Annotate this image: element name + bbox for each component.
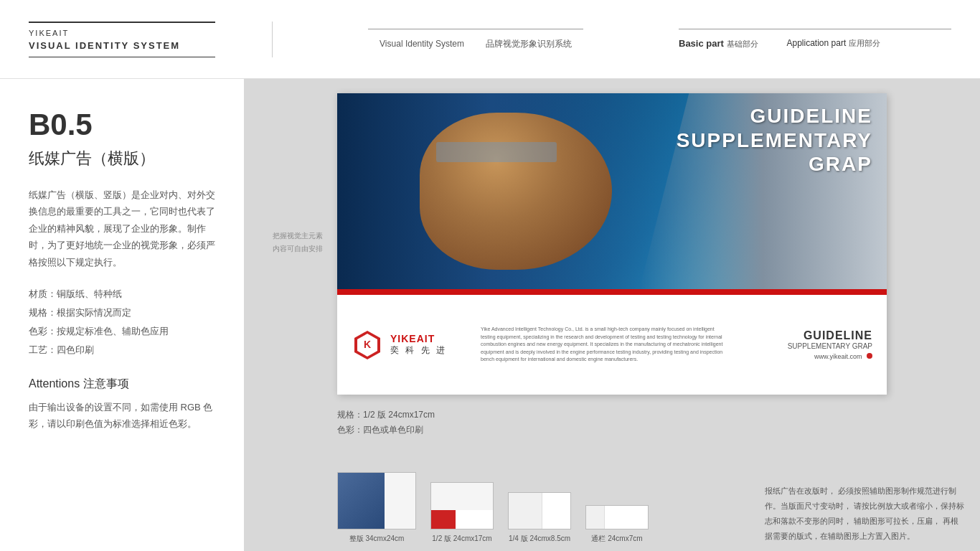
header-center-line bbox=[368, 29, 583, 29]
logo-cn: 奕 科 先 进 bbox=[390, 344, 447, 357]
thumb-half-top bbox=[431, 483, 493, 510]
thumb-full-right bbox=[385, 473, 415, 529]
thumb-half-inner bbox=[431, 483, 493, 529]
thumb-half-group: 1/2 版 24cmx17cm bbox=[430, 482, 494, 544]
glasses bbox=[436, 142, 557, 161]
thumb-full-label: 整版 34cmx24cm bbox=[349, 534, 405, 544]
thumb-strip-left bbox=[586, 506, 605, 529]
ad-top-image: GUIDELINE SUPPLEMENTARY GRAP bbox=[337, 93, 887, 289]
logo-text: YIKEAIT 奕 科 先 进 bbox=[390, 333, 447, 357]
main-content: 把握视觉主元素 内容可自由安排 GUIDELINE SUPPLEMENTARY … bbox=[244, 79, 980, 551]
thumb-full-group: 整版 34cmx24cm bbox=[337, 472, 416, 544]
header-center-labels: Visual Identity System 品牌视觉形象识别系统 bbox=[380, 38, 572, 50]
company-desc: Yike Advanced Intelligent Technology Co.… bbox=[481, 326, 729, 364]
website-dot bbox=[867, 353, 872, 359]
nav-basic[interactable]: Basic part 基础部分 bbox=[679, 38, 758, 50]
header-vis-cn: 品牌视觉形象识别系统 bbox=[486, 38, 572, 50]
engineer-face bbox=[420, 113, 612, 269]
header-vis-en: Visual Identity System bbox=[380, 39, 464, 49]
header-divider-top bbox=[29, 22, 215, 23]
spec-color: 色彩：按规定标准色、辅助色应用 bbox=[29, 322, 215, 341]
thumb-full-left bbox=[338, 473, 385, 529]
thumb-strip-right bbox=[605, 506, 648, 529]
thumb-quarter-right bbox=[542, 493, 570, 529]
header-nav: Basic part 基础部分 Application part 应用部分 bbox=[679, 38, 880, 50]
ad-preview-main: GUIDELINE SUPPLEMENTARY GRAP K YI bbox=[337, 93, 887, 395]
thumb-strip-group: 通栏 24cmx7cm bbox=[585, 505, 649, 544]
thumb-quarter-label: 1/4 版 24cmx8.5cm bbox=[509, 534, 570, 544]
thumb-strip bbox=[585, 505, 649, 529]
logo-area: K YIKEAIT 奕 科 先 进 bbox=[352, 329, 466, 361]
float-label-1: 把握视觉主元素 bbox=[244, 230, 323, 242]
thumb-full-inner bbox=[338, 473, 415, 529]
thumb-quarter bbox=[508, 492, 571, 529]
right-note: 报纸广告在改版时， 必须按照辅助图形制作规范进行制作。当版面尺寸变动时， 请按比… bbox=[765, 469, 966, 544]
guideline-line2: SUPPLEMENTARY bbox=[677, 128, 872, 153]
left-sidebar: B0.5 纸媒广告（横版） 纸媒广告（横版、竖版）是企业对内、对外交换信息的最重… bbox=[0, 79, 244, 551]
ad-guideline-right-sub: SUPPLEMENTARY GRAP bbox=[743, 342, 872, 350]
thumb-strip-label: 通栏 24cmx7cm bbox=[591, 534, 642, 544]
thumb-strip-inner bbox=[586, 506, 648, 529]
spec-size-label: 规格：1/2 版 24cmx17cm bbox=[337, 409, 435, 421]
header-right-line bbox=[679, 29, 951, 29]
ad-preview-area: GUIDELINE SUPPLEMENTARY GRAP K YI bbox=[337, 93, 887, 395]
header-right: Basic part 基础部分 Application part 应用部分 bbox=[679, 29, 951, 50]
logo-en: YIKEAIT bbox=[390, 333, 447, 344]
header-divider-bottom bbox=[29, 57, 215, 57]
thumb-half bbox=[430, 482, 494, 529]
thumbnails-row: 整版 34cmx24cm 1/2 版 24cmx17cm bbox=[337, 469, 966, 544]
header-logo-top: YIKEAIT bbox=[29, 29, 258, 37]
ad-bottom-info: K YIKEAIT 奕 科 先 进 Yike Advanced Intellig… bbox=[337, 293, 887, 395]
ad-guideline-right: GUIDELINE SUPPLEMENTARY GRAP www.yikeait… bbox=[743, 329, 872, 360]
guideline-line3: GRAP bbox=[677, 152, 872, 176]
thumb-full bbox=[337, 472, 416, 529]
thumb-quarter-group: 1/4 版 24cmx8.5cm bbox=[508, 492, 571, 544]
ad-guideline-text: GUIDELINE SUPPLEMENTARY GRAP bbox=[677, 104, 872, 176]
ad-guideline-right-title1: GUIDELINE bbox=[743, 329, 872, 342]
specs-row: 规格：1/2 版 24cmx17cm 色彩：四色或单色印刷 bbox=[337, 409, 435, 436]
section-desc: 纸媒广告（横版、竖版）是企业对内、对外交换信息的最重要的工具之一，它同时也代表了… bbox=[29, 187, 215, 270]
header-center: Visual Identity System 品牌视觉形象识别系统 bbox=[273, 29, 679, 50]
section-specs: 材质：铜版纸、特种纸 规格：根据实际情况而定 色彩：按规定标准色、辅助色应用 工… bbox=[29, 285, 215, 359]
thumb-quarter-left bbox=[509, 493, 542, 529]
header-left: YIKEAIT VISUAL IDENTITY SYSTEM bbox=[29, 22, 273, 57]
spec-size: 规格：根据实际情况而定 bbox=[29, 303, 215, 322]
spec-material: 材质：铜版纸、特种纸 bbox=[29, 285, 215, 303]
section-code: B0.5 bbox=[29, 108, 215, 142]
attentions-desc: 由于输出设备的设置不同，如需使用 RGB 色彩，请以印刷色值为标准选择相近色彩。 bbox=[29, 399, 215, 433]
thumb-half-label: 1/2 版 24cmx17cm bbox=[432, 534, 491, 544]
hex-logo-icon: K bbox=[352, 329, 383, 361]
header: YIKEAIT VISUAL IDENTITY SYSTEM Visual Id… bbox=[0, 0, 980, 79]
attentions-title: Attentions 注意事项 bbox=[29, 377, 215, 392]
thumb-half-bottom bbox=[431, 510, 493, 529]
section-title: 纸媒广告（横版） bbox=[29, 148, 215, 169]
thumb-half-white bbox=[456, 510, 493, 529]
thumb-half-red bbox=[431, 510, 456, 529]
svg-text:K: K bbox=[364, 339, 371, 350]
spec-color-label: 色彩：四色或单色印刷 bbox=[337, 424, 435, 436]
guideline-line1: GUIDELINE bbox=[677, 104, 872, 128]
nav-application[interactable]: Application part 应用部分 bbox=[787, 38, 880, 50]
float-label-2: 内容可自由安排 bbox=[244, 242, 323, 255]
float-labels: 把握视觉主元素 内容可自由安排 bbox=[244, 230, 337, 255]
ad-website: www.yikeait.com bbox=[743, 353, 872, 360]
header-logo-bottom: VISUAL IDENTITY SYSTEM bbox=[29, 40, 258, 51]
thumb-quarter-inner bbox=[509, 493, 570, 529]
spec-craft: 工艺：四色印刷 bbox=[29, 341, 215, 359]
